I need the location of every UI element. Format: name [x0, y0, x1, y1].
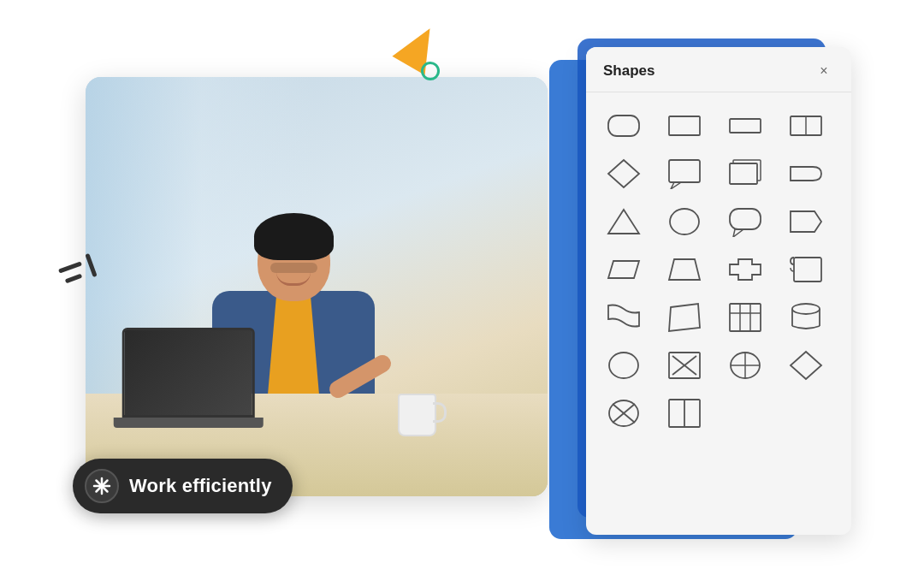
- shape-irregular-quad[interactable]: [660, 296, 708, 339]
- shape-rect[interactable]: [660, 104, 708, 147]
- svg-rect-23: [730, 304, 761, 331]
- shapes-panel-close-button[interactable]: ×: [814, 61, 834, 81]
- svg-point-27: [792, 304, 820, 314]
- svg-marker-20: [730, 259, 761, 280]
- shape-scroll[interactable]: [782, 248, 830, 291]
- shape-two-column[interactable]: [660, 392, 708, 435]
- shapes-panel-header: Shapes ×: [586, 47, 851, 92]
- coffee-cup: [398, 394, 436, 436]
- svg-marker-19: [669, 259, 700, 280]
- shape-parallelogram[interactable]: [600, 248, 648, 291]
- shape-x-box[interactable]: [660, 344, 708, 387]
- shape-cylinder[interactable]: [782, 296, 830, 339]
- shape-trapezoid[interactable]: [660, 248, 708, 291]
- shape-notch-rect[interactable]: [782, 200, 830, 243]
- svg-point-30: [609, 353, 638, 378]
- svg-point-15: [670, 209, 699, 234]
- shapes-panel: Shapes ×: [586, 47, 851, 535]
- svg-marker-18: [608, 261, 639, 278]
- svg-marker-11: [671, 182, 681, 189]
- svg-rect-4: [608, 116, 639, 136]
- svg-rect-6: [730, 119, 761, 133]
- badge-icon: [85, 469, 119, 503]
- shape-wide-rect[interactable]: [721, 104, 769, 147]
- photo-background: [86, 77, 548, 496]
- photo-card: [86, 77, 548, 496]
- shapes-panel-title: Shapes: [603, 62, 654, 80]
- shape-stacked-rects[interactable]: [721, 152, 769, 195]
- shape-callout-rect[interactable]: [660, 152, 708, 195]
- main-scene: Work efficiently Shapes ×: [0, 0, 924, 575]
- shape-table-grid[interactable]: [721, 296, 769, 339]
- shapes-grid: [586, 92, 851, 447]
- shape-rect-divider[interactable]: [782, 104, 830, 147]
- sparkle-decoration: [58, 265, 82, 281]
- svg-rect-21: [794, 258, 821, 282]
- shape-circle-outline[interactable]: [600, 344, 648, 387]
- shape-circle[interactable]: [660, 200, 708, 243]
- svg-marker-9: [608, 160, 639, 187]
- shape-diamond[interactable]: [600, 152, 648, 195]
- laptop: [122, 328, 264, 428]
- shape-wave-flag[interactable]: [600, 296, 648, 339]
- shape-circle-cross[interactable]: [721, 344, 769, 387]
- shape-chat-bubble[interactable]: [721, 200, 769, 243]
- shape-rounded-rect[interactable]: [600, 104, 648, 147]
- work-efficiently-badge: Work efficiently: [73, 459, 293, 513]
- shape-tag[interactable]: [782, 152, 830, 195]
- svg-rect-13: [730, 163, 757, 184]
- asterisk-icon: [92, 477, 111, 495]
- shape-triangle[interactable]: [600, 200, 648, 243]
- svg-rect-10: [669, 160, 700, 182]
- svg-marker-14: [608, 210, 639, 234]
- svg-rect-5: [669, 116, 700, 135]
- shape-diamond-small[interactable]: [782, 344, 830, 387]
- svg-rect-16: [730, 209, 761, 229]
- shape-cross-rect[interactable]: [721, 248, 769, 291]
- shape-circle-x[interactable]: [600, 392, 648, 435]
- svg-marker-22: [669, 304, 700, 331]
- svg-marker-17: [733, 229, 743, 237]
- badge-label: Work efficiently: [129, 475, 272, 497]
- svg-marker-37: [791, 352, 821, 379]
